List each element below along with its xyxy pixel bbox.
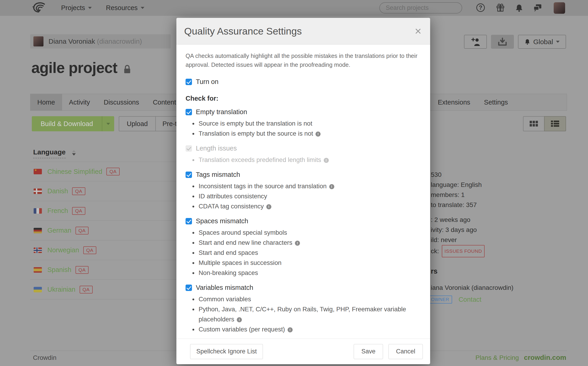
qa-bullet-list: Translation exceeds predefined length li… xyxy=(186,155,421,165)
checkbox[interactable] xyxy=(186,172,192,178)
qa-check-row[interactable]: Spaces mismatch xyxy=(186,217,421,225)
checkbox[interactable] xyxy=(186,109,192,115)
qa-check-row[interactable]: Tags mismatch xyxy=(186,171,421,178)
qa-bullet: Python, Java, .NET, C/C++, Ruby on Rails… xyxy=(186,304,407,324)
qa-description: QA checks automatically highlight all th… xyxy=(186,52,419,69)
qa-bullet-list: Spaces around special symbolsStart and e… xyxy=(186,228,421,278)
modal-body: QA checks automatically highlight all th… xyxy=(176,45,430,335)
save-button[interactable]: Save xyxy=(354,344,383,359)
qa-check-section: Length issues Translation exceeds predef… xyxy=(186,145,421,165)
qa-check-section: Spaces mismatch Spaces around special sy… xyxy=(186,217,421,278)
qa-bullet: Custom variables (per request)! xyxy=(186,324,407,335)
qa-bullet: Translation exceeds predefined length li… xyxy=(186,155,407,165)
info-icon[interactable]: ! xyxy=(266,204,271,209)
qa-bullet: Non-breaking spaces xyxy=(186,268,407,278)
checkbox[interactable] xyxy=(186,285,192,291)
close-icon[interactable]: × xyxy=(414,25,422,37)
cancel-button[interactable]: Cancel xyxy=(389,344,423,359)
qa-check-section: Variables mismatch Common variablesPytho… xyxy=(186,284,421,335)
spellcheck-ignore-list-button[interactable]: Spellcheck Ignore List xyxy=(190,344,263,359)
info-icon[interactable]: ! xyxy=(315,131,321,137)
info-icon[interactable]: ! xyxy=(329,184,334,189)
checkbox[interactable] xyxy=(186,145,192,152)
checkbox-label: Variables mismatch xyxy=(196,284,253,291)
qa-check-section: Tags mismatch Inconsistent tags in the s… xyxy=(186,171,421,211)
qa-check-row[interactable]: Length issues xyxy=(186,145,421,152)
info-icon[interactable]: ! xyxy=(295,241,300,246)
checkbox-label: Tags mismatch xyxy=(196,171,240,178)
turn-on-checkbox[interactable] xyxy=(186,79,192,85)
qa-check-section: Empty translation Source is empty but th… xyxy=(186,108,421,139)
info-icon[interactable]: ! xyxy=(288,327,293,332)
info-icon[interactable]: ! xyxy=(324,158,329,163)
qa-bullet: Start and end new line characters! xyxy=(186,238,407,248)
qa-bullet-list: Common variablesPython, Java, .NET, C/C+… xyxy=(186,294,421,335)
turn-on-label: Turn on xyxy=(196,78,219,85)
qa-check-row[interactable]: Variables mismatch xyxy=(186,284,421,291)
qa-settings-modal: Quality Assurance Settings × QA checks a… xyxy=(176,18,430,364)
qa-sections: Empty translation Source is empty but th… xyxy=(186,108,421,335)
modal-footer: Spellcheck Ignore List Save Cancel xyxy=(176,339,430,364)
checkbox[interactable] xyxy=(186,218,192,224)
check-for-heading: Check for: xyxy=(186,95,421,102)
checkbox-label: Empty translation xyxy=(196,108,247,116)
qa-bullet: Source is empty but the translation is n… xyxy=(186,119,407,129)
qa-bullet: Multiple spaces in succession xyxy=(186,258,407,268)
qa-bullet: Start and end spaces xyxy=(186,248,407,258)
info-icon[interactable]: ! xyxy=(237,317,242,322)
qa-bullet: Spaces around special symbols xyxy=(186,228,407,238)
qa-bullet: CDATA tag consistency! xyxy=(186,201,407,211)
qa-bullet-list: Source is empty but the translation is n… xyxy=(186,119,421,139)
modal-header: Quality Assurance Settings × xyxy=(176,18,430,45)
qa-bullet: Inconsistent tags in the source and tran… xyxy=(186,181,407,191)
checkbox-label: Length issues xyxy=(196,145,237,152)
checkbox-label: Spaces mismatch xyxy=(196,217,248,225)
turn-on-checkbox-row[interactable]: Turn on xyxy=(186,78,421,85)
qa-bullet: ID attributes consistency xyxy=(186,191,407,201)
qa-check-row[interactable]: Empty translation xyxy=(186,108,421,116)
qa-bullet: Translation is empty but the source is n… xyxy=(186,129,407,139)
qa-bullet: Common variables xyxy=(186,294,407,304)
qa-bullet-list: Inconsistent tags in the source and tran… xyxy=(186,181,421,211)
modal-title: Quality Assurance Settings xyxy=(184,26,302,37)
